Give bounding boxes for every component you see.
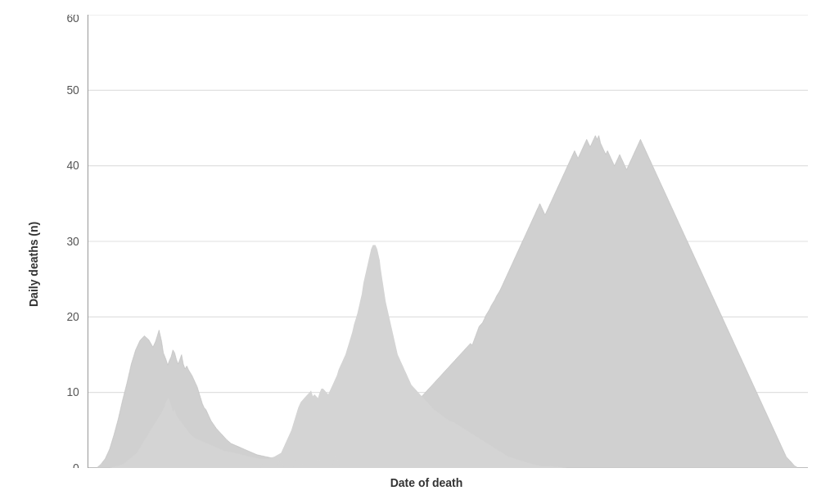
wave-area [96, 245, 808, 468]
chart-overlay [61, 15, 808, 468]
svg-rect-23 [96, 15, 808, 468]
x-axis-title: Date of death [45, 476, 808, 489]
plot-area: 0 10 20 30 40 50 60 [53, 15, 808, 468]
x-axis-labels [45, 468, 808, 471]
chart-container: Daily deaths (n) 0 10 [22, 15, 808, 489]
y-axis-title: Daily deaths (n) [22, 15, 45, 489]
